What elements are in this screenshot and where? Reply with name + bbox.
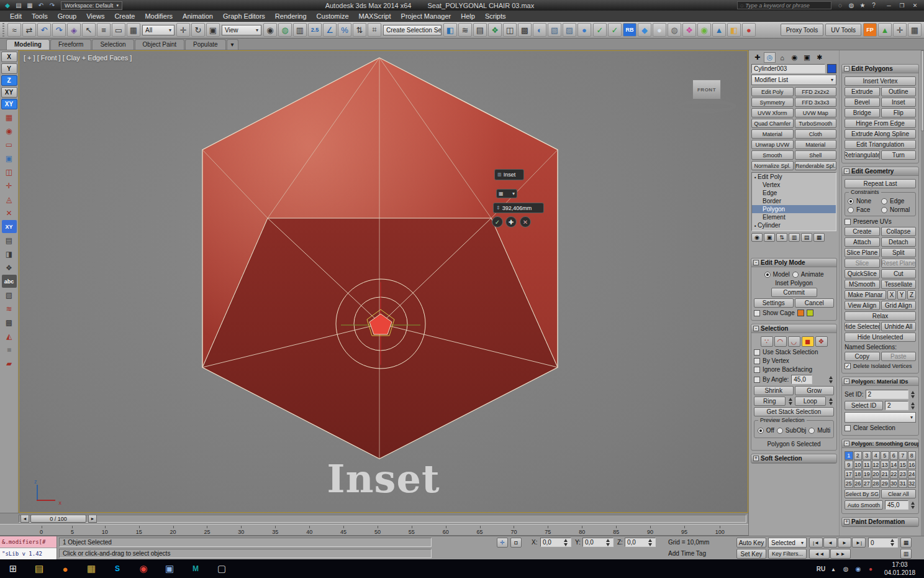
modifier-button[interactable]: Unwrap UVW: [751, 140, 794, 149]
smoothing-group-button[interactable]: 29: [881, 479, 889, 488]
modifier-button[interactable]: TurboSmooth: [795, 119, 837, 128]
listener-line-pink[interactable]: &.modifiers[#: [0, 536, 57, 548]
modifier-button[interactable]: Material: [751, 129, 794, 139]
select-and-move-icon[interactable]: ✛: [176, 23, 190, 37]
scene-explorer-icon[interactable]: ❖: [488, 23, 502, 37]
preserve-uvs-checkbox[interactable]: [845, 219, 851, 225]
smoothing-group-button[interactable]: 4: [872, 451, 881, 460]
stack-item[interactable]: Border: [752, 197, 836, 205]
time-slider-handle[interactable]: 0 / 100: [30, 515, 86, 523]
cut-button[interactable]: Cut: [881, 269, 917, 278]
selection-filter-dropdown[interactable]: All: [142, 25, 174, 35]
smoothing-group-button[interactable]: 25: [845, 479, 853, 488]
configure-modifier-sets-icon[interactable]: ▤: [801, 233, 812, 242]
mirror-icon[interactable]: ◧: [443, 23, 457, 37]
infocenter-search-input[interactable]: ◌ Type a keyword or phrase: [737, 1, 831, 9]
z-spinner[interactable]: [648, 539, 653, 546]
hide-unselected-button[interactable]: Hide Unselected: [845, 333, 916, 342]
left-tool-x-icon[interactable]: ✕: [2, 206, 17, 219]
get-stack-selection-button[interactable]: Get Stack Selection: [754, 407, 834, 416]
object-name-field[interactable]: Cylinder003: [751, 64, 825, 73]
delete-isolated-vertices-checkbox[interactable]: [845, 363, 851, 369]
modifier-sets-menu-icon[interactable]: ▦: [813, 233, 825, 242]
reset-plane-button[interactable]: Reset Plane: [881, 259, 917, 268]
object-color-swatch[interactable]: [827, 64, 836, 73]
collapse-button[interactable]: Collapse: [881, 227, 917, 236]
keyboard-shortcut-override-icon[interactable]: ▥: [293, 23, 307, 37]
named-selection-set-dropdown[interactable]: Create Selection Se: [383, 25, 442, 35]
modifier-button[interactable]: UVW Xform: [751, 108, 794, 117]
smoothing-group-button[interactable]: 26: [854, 479, 863, 488]
sphere-tool-icon[interactable]: ●: [653, 23, 666, 37]
edit-polygons-button[interactable]: Bridge: [845, 108, 880, 117]
ribbon-minimize-icon[interactable]: ▾: [227, 39, 238, 50]
key-filters-button[interactable]: Key Filters...: [768, 549, 807, 559]
smoothing-group-button[interactable]: 15: [899, 461, 907, 469]
curve-editor-icon[interactable]: ◫: [503, 23, 517, 37]
edit-polygons-button[interactable]: Inset: [881, 98, 917, 107]
modifier-button[interactable]: Quad Chamfer: [751, 119, 794, 128]
auto-key-button[interactable]: Auto Key: [736, 538, 766, 548]
select-and-manipulate-icon[interactable]: ◍: [278, 23, 292, 37]
smoothing-group-button[interactable]: 9: [845, 461, 853, 469]
smoothing-group-button[interactable]: 18: [854, 470, 863, 479]
create-tab-icon[interactable]: ✚: [751, 52, 763, 63]
maximize-button[interactable]: ❐: [895, 1, 908, 10]
modifier-button[interactable]: UVW Map: [795, 108, 837, 117]
menu-item[interactable]: Animation: [178, 11, 218, 22]
ribbon-tab[interactable]: Selection: [92, 39, 134, 50]
modifier-button[interactable]: FFD 3x3x3: [795, 98, 837, 107]
ignore-backfacing-checkbox[interactable]: [754, 367, 760, 373]
axis-constraint-button[interactable]: X: [1, 52, 17, 62]
viewport-front[interactable]: [ + ] [ Front ] [ Clay + Edged Faces ] F…: [19, 50, 748, 513]
repeat-last-button[interactable]: Repeat Last: [845, 179, 916, 188]
edit-polygons-button[interactable]: Extrude Along Spline: [845, 129, 916, 139]
edit-polygons-button[interactable]: Outline: [881, 87, 917, 96]
half-tool-icon[interactable]: ◧: [727, 23, 741, 37]
modifier-button[interactable]: Material: [795, 140, 837, 149]
edit-polygons-button[interactable]: Turn: [881, 150, 917, 160]
pin-stack-icon[interactable]: ◉: [751, 233, 763, 242]
smoothing-group-button[interactable]: 30: [890, 479, 899, 488]
smoothing-group-button[interactable]: 20: [872, 470, 881, 479]
constraint-none-radio[interactable]: [848, 198, 854, 204]
left-tool-half-icon[interactable]: ◨: [2, 247, 17, 260]
communication-center-icon[interactable]: ◍: [846, 1, 856, 10]
open-file-icon[interactable]: ▤: [14, 1, 24, 10]
left-tool-xy-icon[interactable]: XY: [2, 220, 17, 233]
keyboard-override-button[interactable]: ▥: [900, 549, 912, 559]
paint-deformation-header[interactable]: Paint Deformation: [842, 518, 918, 526]
utilities-tab-icon[interactable]: ✱: [813, 52, 825, 63]
review-check-icon[interactable]: ✓: [593, 23, 607, 37]
menu-item[interactable]: Project Manager: [396, 11, 456, 22]
time-spinner[interactable]: [890, 539, 895, 546]
select-and-link-icon[interactable]: ≈: [7, 23, 21, 37]
start-button-icon[interactable]: ⊞: [0, 559, 26, 578]
axis-constraint-button[interactable]: Y: [1, 63, 17, 74]
time-configuration-button[interactable]: ▦: [900, 538, 912, 548]
ribbon-tab[interactable]: Populate: [185, 39, 225, 50]
tree-tool-icon[interactable]: ▲: [878, 23, 892, 37]
hierarchy-tab-icon[interactable]: ⌂: [776, 52, 788, 63]
make-planar-y-button[interactable]: Y: [897, 290, 906, 300]
modifier-button[interactable]: Normalize Spl.: [751, 161, 794, 170]
left-tool-plane-icon[interactable]: ▭: [2, 138, 17, 151]
cancel-button[interactable]: Cancel: [795, 298, 835, 308]
paste-button[interactable]: Paste: [881, 352, 917, 361]
smoothing-group-button[interactable]: 27: [863, 479, 871, 488]
next-frame-button[interactable]: ►: [88, 515, 97, 523]
time-slider-channel[interactable]: [19, 515, 746, 523]
smoothing-group-button[interactable]: 3: [863, 451, 871, 460]
viewcube[interactable]: FRONT: [687, 80, 727, 117]
msmooth-button[interactable]: MSmooth: [845, 280, 880, 289]
menu-item[interactable]: Tools: [27, 11, 53, 22]
reference-coordinate-dropdown[interactable]: View: [222, 25, 261, 35]
settings-button[interactable]: Settings: [754, 298, 794, 308]
stack-item[interactable]: Element: [752, 213, 836, 221]
cage-selected-color-swatch[interactable]: [807, 310, 813, 316]
smoothing-group-button[interactable]: 28: [872, 479, 881, 488]
clear-all-button[interactable]: Clear All: [881, 489, 917, 498]
cage-color-swatch[interactable]: [797, 310, 804, 316]
network-icon[interactable]: ◉: [852, 561, 864, 576]
menu-item[interactable]: Group: [53, 11, 82, 22]
